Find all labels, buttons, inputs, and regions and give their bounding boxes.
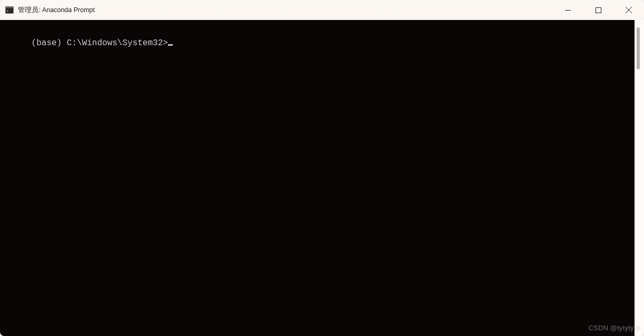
prompt-path: C:\Windows\System32> (67, 38, 168, 48)
maximize-icon (596, 7, 601, 13)
titlebar[interactable]: 管理员: Anaconda Prompt (0, 0, 644, 20)
window-title: 管理员: Anaconda Prompt (18, 6, 95, 15)
close-icon (626, 7, 632, 13)
maximize-button[interactable] (583, 0, 613, 20)
close-button[interactable] (613, 0, 644, 20)
svg-rect-1 (6, 7, 14, 8)
terminal[interactable]: (base) C:\Windows\System32> (0, 20, 635, 336)
terminal-cursor (168, 44, 173, 46)
prompt-env: (base) (32, 38, 62, 48)
scrollbar-thumb[interactable] (637, 27, 640, 69)
prompt-line: (base) C:\Windows\System32> (32, 38, 173, 48)
titlebar-controls (552, 0, 644, 20)
titlebar-left: 管理员: Anaconda Prompt (5, 6, 95, 15)
minimize-button[interactable] (552, 0, 583, 20)
scrollbar-track[interactable] (635, 20, 642, 336)
window-frame: 管理员: Anaconda Prompt (base (0, 0, 644, 336)
minimize-icon (565, 7, 571, 13)
terminal-icon (5, 6, 14, 14)
svg-rect-3 (596, 7, 601, 13)
terminal-wrap: (base) C:\Windows\System32> (0, 20, 644, 336)
